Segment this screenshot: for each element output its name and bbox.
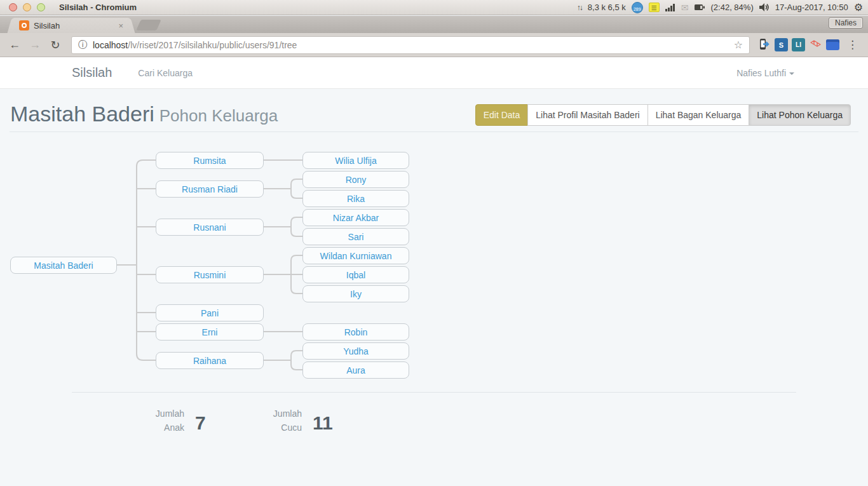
tree-node-child[interactable]: Rusman Riadi (156, 180, 264, 198)
network-speed: 8,3 k 6,5 k (588, 3, 626, 12)
s-extension-icon[interactable]: S (775, 38, 788, 51)
url-host: localhost (93, 40, 128, 50)
tree-node-child[interactable]: Pani (156, 304, 264, 321)
bookmark-star-icon[interactable]: ☆ (734, 39, 743, 51)
nav-link-cari-keluarga[interactable]: Cari Keluarga (138, 68, 193, 78)
family-tree: Masitah Baderi Rumsita Rusman Riadi Rusn… (0, 146, 445, 388)
address-bar[interactable]: ⓘ localhost /lv/riset/2017/silsilahku/pu… (71, 36, 750, 54)
browser-toolbar: ← → ↻ ⓘ localhost /lv/riset/2017/silsila… (0, 33, 868, 57)
mail-icon[interactable]: ✉ (681, 3, 689, 13)
stat-jumlah-cucu: JumlahCucu 11 (264, 407, 333, 435)
phone-extension-icon[interactable] (757, 38, 771, 51)
window-title: Silsilah - Chromium (59, 3, 137, 12)
window-minimize-button[interactable] (23, 3, 31, 11)
network-traffic-icon[interactable]: ↑↓ (577, 3, 582, 12)
tree-node-child[interactable]: Rusnani (156, 219, 264, 236)
page-content: Masitah BaderiPohon Keluarga Edit Data L… (0, 89, 868, 486)
system-tray: ↑↓ 8,3 k 6,5 k 289 ☰ ✉ (2:42, 84%) 17-Au… (577, 1, 868, 13)
tree-node-child[interactable]: Rumsita (156, 152, 264, 169)
site-navbar: Silsilah Cari Keluarga Nafies Luthfi (0, 57, 868, 89)
window-close-button[interactable] (9, 3, 17, 11)
tab-close-icon[interactable]: × (118, 21, 123, 30)
system-panel: Silsilah - Chromium ↑↓ 8,3 k 6,5 k 289 ☰… (0, 0, 868, 15)
header-divider (10, 132, 858, 132)
battery-status: (2:42, 84%) (711, 3, 754, 12)
new-tab-button[interactable] (136, 20, 161, 30)
tree-node-grandchild[interactable]: Rika (302, 190, 409, 207)
tree-node-grandchild[interactable]: Rony (302, 171, 409, 188)
keyboard-layout-badge: Nafies (829, 17, 863, 29)
page-subtitle: Pohon Keluarga (159, 106, 278, 125)
li-extension-icon[interactable]: LI (792, 38, 805, 51)
gear-icon[interactable]: ⚙ (854, 1, 863, 13)
clock: 17-Aug-2017, 10:50 (775, 3, 848, 12)
tree-node-child[interactable]: Erni (156, 323, 264, 341)
view-button-group: Edit Data Lihat Profil Masitah Baderi Li… (475, 104, 851, 126)
person-name: Masitah Baderi (10, 102, 154, 126)
indicator-badge-icon[interactable]: 289 (632, 2, 643, 13)
box-extension-icon[interactable] (826, 39, 839, 50)
browser-tab-silsilah[interactable]: Silsilah × (14, 18, 128, 33)
back-icon[interactable]: ← (6, 38, 23, 51)
stat-value: 7 (195, 412, 206, 435)
window-controls (9, 3, 45, 11)
stat-jumlah-anak: JumlahAnak 7 (146, 407, 206, 435)
task-list-icon[interactable]: ☰ (649, 3, 660, 12)
tree-node-grandchild[interactable]: Nizar Akbar (302, 209, 409, 226)
tree-node-grandchild[interactable]: Sari (302, 228, 409, 245)
url-path: /lv/riset/2017/silsilahku/public/users/9… (128, 40, 297, 50)
reload-icon[interactable]: ↻ (47, 38, 64, 52)
tab-title: Silsilah (34, 21, 60, 30)
edit-data-button[interactable]: Edit Data (475, 104, 529, 126)
stat-label: JumlahCucu (264, 407, 302, 435)
tree-node-grandchild[interactable]: Wilia Ulfija (302, 152, 409, 169)
lihat-bagan-button[interactable]: Lihat Bagan Keluarga (648, 104, 750, 126)
page-info-icon[interactable]: ⓘ (78, 39, 87, 51)
tree-node-grandchild[interactable]: Yudha (302, 342, 409, 360)
signal-bars-icon[interactable] (665, 4, 675, 11)
lihat-profil-button[interactable]: Lihat Profil Masitah Baderi (527, 104, 648, 126)
user-name: Nafies Luthfi (736, 68, 786, 78)
battery-icon[interactable] (695, 4, 705, 11)
laravel-extension-icon[interactable] (809, 38, 822, 51)
page-title: Masitah BaderiPohon Keluarga (10, 102, 278, 126)
tree-node-root[interactable]: Masitah Baderi (10, 257, 117, 274)
stat-value: 11 (313, 412, 333, 435)
tree-node-grandchild[interactable]: Aura (302, 361, 409, 379)
lihat-pohon-button[interactable]: Lihat Pohon Keluarga (749, 104, 851, 126)
tab-strip: Silsilah × (0, 16, 868, 33)
forward-icon[interactable]: → (27, 38, 43, 51)
brand-link[interactable]: Silsilah (72, 65, 112, 80)
tree-node-child[interactable]: Raihana (156, 352, 264, 369)
xampp-favicon-icon (19, 20, 29, 30)
tree-node-grandchild[interactable]: Iqbal (302, 266, 409, 283)
tree-node-grandchild[interactable]: Robin (302, 323, 409, 341)
tree-node-child[interactable]: Rusmini (156, 266, 264, 283)
window-maximize-button[interactable] (37, 3, 45, 11)
tree-node-grandchild[interactable]: Iky (302, 285, 409, 302)
stats-divider (72, 392, 796, 393)
chevron-down-icon (789, 72, 794, 75)
volume-icon[interactable] (759, 3, 770, 11)
user-dropdown[interactable]: Nafies Luthfi (736, 68, 794, 78)
browser-menu-icon[interactable]: ⋮ (843, 38, 862, 51)
tree-node-grandchild[interactable]: Wildan Kurniawan (302, 247, 409, 264)
stat-label: JumlahAnak (146, 407, 184, 435)
